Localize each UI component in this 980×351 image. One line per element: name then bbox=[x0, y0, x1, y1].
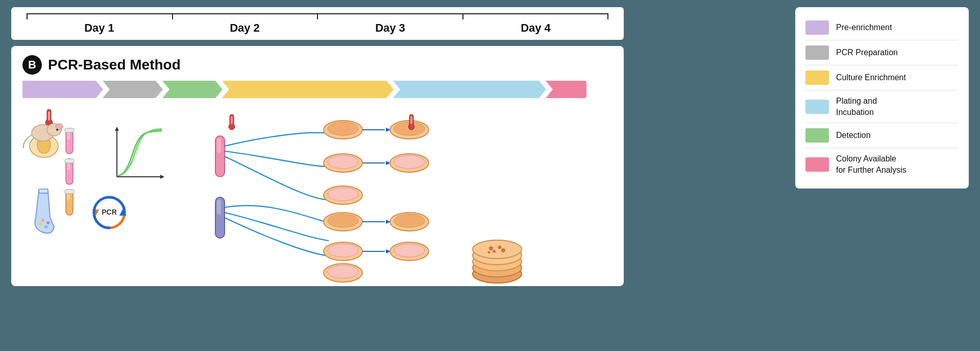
svg-rect-32 bbox=[231, 116, 233, 124]
svg-rect-22 bbox=[65, 190, 74, 194]
legend-color-colony-available bbox=[805, 157, 829, 172]
timeline-container: Day 1 Day 2 Day 3 Day 4 bbox=[11, 7, 624, 40]
legend-item-plating-incubation: Plating andIncubation bbox=[805, 90, 959, 123]
legend-item-pre-enrichment: Pre-enrichment bbox=[805, 15, 959, 40]
legend-label-culture-enrichment: Culture Enrichment bbox=[836, 73, 906, 82]
arrow-seg-green bbox=[162, 81, 223, 98]
svg-marker-29 bbox=[160, 175, 164, 179]
svg-rect-2 bbox=[48, 111, 50, 121]
svg-point-40 bbox=[328, 155, 358, 169]
svg-rect-34 bbox=[217, 138, 221, 153]
legend-color-plating-incubation bbox=[805, 100, 829, 114]
timeline-bar bbox=[27, 13, 608, 19]
diagram-svg: PCR bbox=[22, 105, 615, 279]
legend-color-detection bbox=[805, 128, 829, 143]
legend-color-pre-enrichment bbox=[805, 20, 829, 35]
day-2-label: Day 2 bbox=[172, 19, 317, 35]
arrow-seg-blue bbox=[393, 81, 546, 98]
svg-rect-16 bbox=[65, 128, 74, 132]
svg-point-73 bbox=[488, 251, 491, 254]
svg-point-8 bbox=[56, 129, 58, 131]
legend-item-pcr-prep: PCR Preparation bbox=[805, 40, 959, 65]
svg-point-42 bbox=[328, 188, 358, 201]
legend-panel: Pre-enrichment PCR Preparation Culture E… bbox=[795, 7, 969, 189]
day-1-label: Day 1 bbox=[27, 19, 172, 35]
svg-rect-9 bbox=[39, 189, 48, 193]
diagram-area: PCR bbox=[22, 105, 612, 279]
svg-point-72 bbox=[501, 248, 505, 252]
arrow-bar bbox=[22, 81, 612, 98]
svg-rect-19 bbox=[65, 159, 74, 163]
legend-label-pre-enrichment: Pre-enrichment bbox=[836, 23, 892, 32]
day-4-label: Day 4 bbox=[463, 19, 608, 35]
svg-point-48 bbox=[328, 265, 358, 278]
svg-rect-36 bbox=[217, 199, 221, 215]
arrow-seg-gray bbox=[103, 81, 163, 98]
svg-point-31 bbox=[229, 124, 235, 130]
svg-point-46 bbox=[328, 244, 358, 257]
panel-title: PCR-Based Method bbox=[48, 57, 181, 73]
legend-color-pcr-prep bbox=[805, 45, 829, 60]
pcr-panel: B PCR-Based Method bbox=[11, 46, 624, 286]
arrow-seg-yellow bbox=[222, 81, 394, 98]
legend-label-detection: Detection bbox=[836, 131, 871, 140]
legend-item-detection: Detection bbox=[805, 123, 959, 148]
svg-point-11 bbox=[44, 225, 47, 228]
panel-badge: B bbox=[22, 55, 42, 75]
arrow-seg-pink bbox=[546, 81, 586, 98]
day-3-label: Day 3 bbox=[317, 19, 463, 35]
panel-header: B PCR-Based Method bbox=[22, 55, 612, 75]
svg-point-44 bbox=[328, 214, 358, 227]
legend-label-pcr-prep: PCR Preparation bbox=[836, 48, 898, 57]
legend-color-culture-enrichment bbox=[805, 71, 829, 85]
svg-point-58 bbox=[394, 214, 425, 227]
arrow-seg-purple bbox=[22, 81, 103, 98]
svg-point-7 bbox=[56, 124, 63, 130]
svg-rect-63 bbox=[410, 116, 412, 124]
svg-point-70 bbox=[498, 246, 502, 249]
svg-point-13 bbox=[46, 221, 50, 224]
svg-point-38 bbox=[328, 122, 358, 135]
svg-marker-28 bbox=[115, 127, 119, 131]
legend-item-culture-enrichment: Culture Enrichment bbox=[805, 65, 959, 90]
svg-point-60 bbox=[394, 244, 425, 257]
legend-label-plating-incubation: Plating andIncubation bbox=[836, 96, 877, 118]
legend-item-colony-available: Colony Availablefor Further Analysis bbox=[805, 148, 959, 180]
svg-point-69 bbox=[489, 246, 493, 250]
svg-point-62 bbox=[408, 124, 414, 130]
legend-label-colony-available: Colony Availablefor Further Analysis bbox=[836, 153, 906, 175]
svg-point-71 bbox=[493, 250, 496, 253]
svg-text:PCR: PCR bbox=[102, 208, 117, 216]
svg-point-54 bbox=[394, 155, 425, 169]
svg-point-10 bbox=[39, 222, 43, 226]
svg-point-12 bbox=[42, 219, 44, 222]
svg-point-68 bbox=[473, 240, 522, 259]
